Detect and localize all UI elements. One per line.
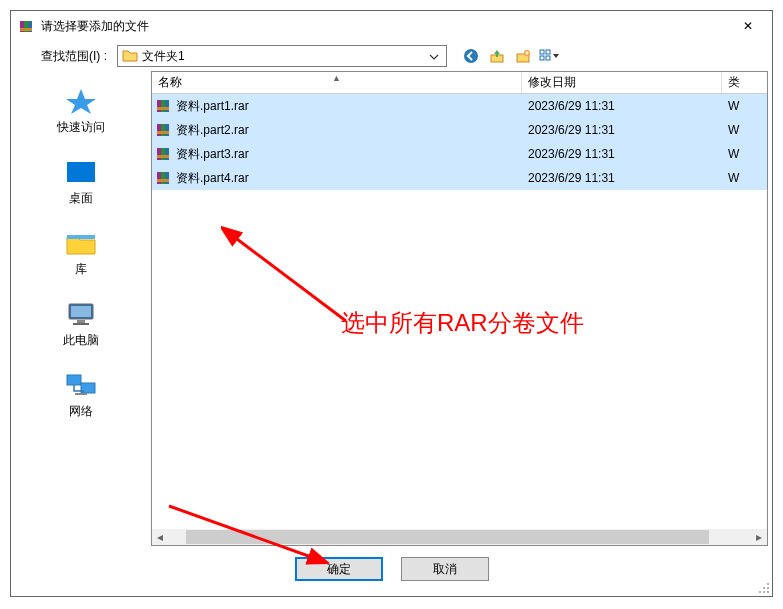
- view-menu-button[interactable]: [539, 46, 559, 66]
- svg-rect-22: [161, 100, 165, 112]
- file-row[interactable]: 资料.part1.rar 2023/6/29 11:31 W: [152, 94, 767, 118]
- file-date: 2023/6/29 11:31: [522, 123, 722, 137]
- file-row[interactable]: 资料.part3.rar 2023/6/29 11:31 W: [152, 142, 767, 166]
- back-button[interactable]: [461, 46, 481, 66]
- file-date: 2023/6/29 11:31: [522, 147, 722, 161]
- dialog-buttons: 确定 取消: [11, 546, 772, 592]
- horizontal-scrollbar[interactable]: ◂ ▸: [152, 529, 767, 545]
- desktop-icon: [63, 158, 99, 186]
- sidebar-item-label: 快速访问: [57, 119, 105, 136]
- file-date: 2023/6/29 11:31: [522, 99, 722, 113]
- file-list-area: ▲ 名称 修改日期 类 资料.part1.rar 2023/6/29 11:31: [151, 71, 768, 546]
- title-bar: 请选择要添加的文件 ✕: [11, 11, 772, 41]
- svg-rect-11: [546, 56, 550, 60]
- svg-rect-29: [157, 148, 161, 160]
- svg-rect-26: [161, 124, 165, 136]
- svg-point-39: [767, 587, 769, 589]
- sidebar-item-libraries[interactable]: 库: [11, 221, 151, 292]
- path-combo[interactable]: 文件夹1: [117, 45, 447, 67]
- path-text: 文件夹1: [142, 48, 185, 65]
- places-sidebar: 快速访问 桌面 库 此电脑: [11, 71, 151, 546]
- svg-rect-23: [165, 100, 169, 112]
- sidebar-item-label: 网络: [69, 403, 93, 420]
- sort-asc-icon: ▲: [332, 73, 341, 83]
- svg-rect-35: [165, 172, 169, 184]
- resize-grip[interactable]: [758, 582, 770, 594]
- svg-rect-15: [71, 306, 91, 317]
- rar-file-icon: [156, 98, 172, 114]
- rar-file-icon: [156, 122, 172, 138]
- svg-rect-13: [67, 235, 95, 239]
- new-folder-button[interactable]: [513, 46, 533, 66]
- svg-rect-30: [161, 148, 165, 160]
- libraries-icon: [63, 229, 99, 257]
- file-type: W: [722, 171, 767, 185]
- toolbar: 查找范围(I) : 文件夹1: [11, 41, 772, 71]
- network-icon: [63, 371, 99, 399]
- svg-rect-33: [157, 172, 161, 184]
- sidebar-item-label: 库: [75, 261, 87, 278]
- svg-point-37: [767, 583, 769, 585]
- svg-point-41: [763, 591, 765, 593]
- cancel-button[interactable]: 取消: [401, 557, 489, 581]
- svg-point-38: [763, 587, 765, 589]
- file-name: 资料.part2.rar: [176, 122, 249, 139]
- sidebar-item-this-pc[interactable]: 此电脑: [11, 292, 151, 363]
- column-header-type[interactable]: 类: [722, 72, 767, 93]
- column-header-date[interactable]: 修改日期: [522, 72, 722, 93]
- svg-rect-21: [157, 100, 161, 112]
- svg-rect-10: [540, 56, 544, 60]
- rar-file-icon: [156, 146, 172, 162]
- svg-rect-16: [77, 320, 85, 323]
- svg-rect-31: [165, 148, 169, 160]
- sidebar-item-label: 此电脑: [63, 332, 99, 349]
- sidebar-item-quick-access[interactable]: 快速访问: [11, 79, 151, 150]
- svg-rect-28: [157, 131, 169, 134]
- svg-rect-12: [67, 162, 95, 182]
- file-rows: 资料.part1.rar 2023/6/29 11:31 W 资料.part2.…: [152, 94, 767, 529]
- chevron-down-icon[interactable]: [426, 49, 442, 63]
- sidebar-item-label: 桌面: [69, 190, 93, 207]
- file-name: 资料.part3.rar: [176, 146, 249, 163]
- svg-rect-18: [67, 375, 81, 385]
- svg-rect-3: [20, 28, 32, 31]
- svg-rect-20: [75, 393, 87, 395]
- sidebar-item-desktop[interactable]: 桌面: [11, 150, 151, 221]
- this-pc-icon: [63, 300, 99, 328]
- file-row[interactable]: 资料.part2.rar 2023/6/29 11:31 W: [152, 118, 767, 142]
- file-type: W: [722, 147, 767, 161]
- close-button[interactable]: ✕: [728, 12, 768, 40]
- svg-point-42: [767, 591, 769, 593]
- lookin-label: 查找范围(I) :: [41, 48, 107, 65]
- sidebar-item-network[interactable]: 网络: [11, 363, 151, 434]
- svg-rect-34: [161, 172, 165, 184]
- file-date: 2023/6/29 11:31: [522, 171, 722, 185]
- svg-rect-32: [157, 155, 169, 158]
- svg-rect-27: [165, 124, 169, 136]
- quick-access-icon: [63, 87, 99, 115]
- winrar-icon: [19, 18, 35, 34]
- svg-rect-24: [157, 107, 169, 110]
- close-icon: ✕: [743, 19, 753, 33]
- svg-rect-9: [546, 50, 550, 54]
- file-name: 资料.part4.rar: [176, 170, 249, 187]
- svg-rect-8: [540, 50, 544, 54]
- svg-rect-17: [73, 323, 89, 325]
- file-name: 资料.part1.rar: [176, 98, 249, 115]
- file-dialog-window: 请选择要添加的文件 ✕ 查找范围(I) : 文件夹1: [10, 10, 773, 597]
- svg-point-40: [759, 591, 761, 593]
- rar-file-icon: [156, 170, 172, 186]
- up-one-level-button[interactable]: [487, 46, 507, 66]
- column-header-name[interactable]: ▲ 名称: [152, 72, 522, 93]
- file-type: W: [722, 123, 767, 137]
- column-headers: ▲ 名称 修改日期 类: [152, 72, 767, 94]
- scroll-left-icon[interactable]: ◂: [152, 530, 168, 544]
- svg-rect-36: [157, 179, 169, 182]
- ok-button[interactable]: 确定: [295, 557, 383, 581]
- svg-rect-25: [157, 124, 161, 136]
- file-row[interactable]: 资料.part4.rar 2023/6/29 11:31 W: [152, 166, 767, 190]
- window-title: 请选择要添加的文件: [41, 18, 728, 35]
- folder-icon: [122, 48, 138, 65]
- scroll-right-icon[interactable]: ▸: [751, 530, 767, 544]
- scrollbar-thumb[interactable]: [186, 530, 709, 544]
